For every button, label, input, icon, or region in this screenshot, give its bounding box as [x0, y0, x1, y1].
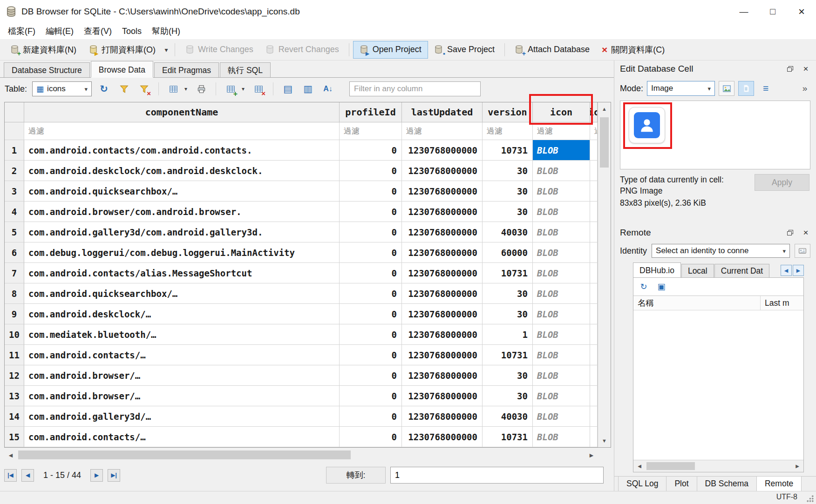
row-number-cell[interactable]: 12 [5, 365, 24, 386]
new-database-button[interactable]: + 新建資料庫(N) [4, 41, 82, 59]
cell-icon-blob[interactable]: BLOB [533, 181, 590, 202]
vertical-scroll-thumb[interactable] [600, 117, 609, 168]
scroll-right-button[interactable]: ▶ [585, 449, 598, 462]
cell-componentname[interactable]: com.android.deskclock/com.android.deskcl… [24, 161, 340, 181]
cell-version[interactable]: 30 [483, 365, 533, 386]
cell-version[interactable]: 30 [483, 304, 533, 324]
filter-input-lastupdated[interactable]: 過濾 [402, 122, 483, 140]
remote-column-name[interactable]: 名稱 [633, 296, 761, 310]
tab-scroll-right-button[interactable]: ▶ [793, 265, 804, 276]
cell-partial[interactable] [590, 427, 598, 447]
minimize-button[interactable]: — [729, 0, 758, 23]
document-view-button[interactable] [738, 81, 754, 96]
apply-button[interactable]: Apply [755, 174, 809, 191]
menu-item[interactable]: Tools [117, 23, 147, 39]
cell-icon-blob[interactable]: BLOB [533, 161, 590, 181]
sort-az-button[interactable]: A↓ [320, 81, 336, 97]
cell-version[interactable]: 1 [483, 324, 533, 345]
cell-icon-blob[interactable]: BLOB [533, 202, 590, 222]
remote-tab[interactable]: Current Dat [714, 264, 769, 277]
identity-select[interactable]: Select an identity to conne ▾ [652, 244, 790, 258]
first-record-button[interactable]: |◀ [4, 469, 17, 482]
clear-filter-button[interactable]: × [136, 81, 152, 97]
column-header-profileid[interactable]: profileId [340, 102, 402, 122]
scroll-left-button[interactable]: ◀ [633, 460, 646, 472]
cell-partial[interactable] [590, 222, 598, 242]
cell-componentname[interactable]: com.android.gallery3d/com.android.galler… [24, 222, 340, 242]
cell-version[interactable]: 30 [483, 386, 533, 406]
cell-partial[interactable] [590, 242, 598, 263]
main-tab[interactable]: 執行 SQL [220, 62, 271, 77]
cell-profileid[interactable]: 0 [340, 140, 402, 161]
cell-icon-blob[interactable]: BLOB [533, 365, 590, 386]
cell-version[interactable]: 30 [483, 283, 533, 304]
row-number-cell[interactable]: 1 [5, 140, 24, 161]
open-project-button[interactable]: ► Open Project [353, 41, 428, 59]
open-database-button[interactable]: ► 打開資料庫(O) [82, 41, 162, 59]
cell-componentname[interactable]: com.android.contacts/… [24, 427, 340, 447]
row-number-cell[interactable]: 2 [5, 161, 24, 181]
cell-profileid[interactable]: 0 [340, 161, 402, 181]
remote-tab[interactable]: Local [681, 264, 714, 277]
cell-lastupdated[interactable]: 1230768000000 [402, 365, 483, 386]
cell-icon-blob[interactable]: BLOB [533, 242, 590, 263]
cell-lastupdated[interactable]: 1230768000000 [402, 222, 483, 242]
cell-profileid[interactable]: 0 [340, 181, 402, 202]
save-project-button[interactable]: ▪ Save Project [428, 41, 501, 59]
write-changes-button[interactable]: Write Changes [179, 41, 259, 59]
cell-lastupdated[interactable]: 1230768000000 [402, 161, 483, 181]
cell-lastupdated[interactable]: 1230768000000 [402, 345, 483, 365]
print-button[interactable] [193, 81, 209, 97]
float-panel-button[interactable] [785, 228, 795, 237]
filter-funnel-button[interactable] [116, 81, 132, 97]
cell-version[interactable]: 30 [483, 181, 533, 202]
main-tab[interactable]: Edit Pragmas [154, 62, 219, 77]
insert-record-dropdown[interactable]: ▾ [240, 81, 246, 97]
cell-partial[interactable] [590, 345, 598, 365]
cell-lastupdated[interactable]: 1230768000000 [402, 242, 483, 263]
table-select[interactable]: ▦ icons ▾ [32, 81, 92, 96]
cell-version[interactable]: 30 [483, 202, 533, 222]
cell-componentname[interactable]: com.android.contacts/… [24, 345, 340, 365]
scroll-right-button[interactable]: ▶ [791, 460, 803, 472]
row-number-cell[interactable]: 11 [5, 345, 24, 365]
cell-partial[interactable] [590, 283, 598, 304]
cell-profileid[interactable]: 0 [340, 345, 402, 365]
resize-grip-icon[interactable] [807, 495, 814, 502]
cell-partial[interactable] [590, 140, 598, 161]
menu-item[interactable]: 編輯(E) [41, 23, 79, 39]
column-header-lastupdated[interactable]: lastUpdated [402, 102, 483, 122]
cell-icon-blob[interactable]: BLOB [533, 140, 590, 161]
remote-tab[interactable]: DBHub.io [633, 262, 681, 277]
menu-item[interactable]: 查看(V) [79, 23, 117, 39]
cell-version[interactable]: 10731 [483, 427, 533, 447]
mode-select[interactable]: Image ▾ [647, 81, 715, 96]
import-data-button[interactable] [719, 81, 734, 96]
dock-tab[interactable]: SQL Log [618, 477, 666, 491]
close-button[interactable]: × [787, 0, 816, 23]
cell-componentname[interactable]: com.android.contacts/alias.MessageShortc… [24, 263, 340, 283]
cell-componentname[interactable]: com.android.gallery3d/… [24, 406, 340, 427]
attach-database-button[interactable]: + Attach Database [509, 41, 596, 59]
previous-record-button[interactable]: ◀ [21, 469, 34, 482]
scroll-down-button[interactable]: ▼ [598, 434, 611, 447]
cell-componentname[interactable]: com.android.quicksearchbox/… [24, 181, 340, 202]
cell-icon-blob[interactable]: BLOB [533, 386, 590, 406]
cell-lastupdated[interactable]: 1230768000000 [402, 386, 483, 406]
cell-icon-blob[interactable]: BLOB [533, 345, 590, 365]
row-number-cell[interactable]: 14 [5, 406, 24, 427]
remote-horizontal-scrollbar[interactable]: ◀ ▶ [633, 460, 803, 472]
cell-icon-blob[interactable]: BLOB [533, 324, 590, 345]
last-record-button[interactable]: ▶| [108, 469, 120, 482]
cell-icon-blob[interactable]: BLOB [533, 222, 590, 242]
cell-version[interactable]: 10731 [483, 263, 533, 283]
identity-file-button[interactable] [795, 244, 810, 258]
cell-profileid[interactable]: 0 [340, 386, 402, 406]
remote-refresh-button[interactable]: ↻ [637, 280, 650, 293]
save-table-dropdown[interactable]: ▾ [183, 81, 189, 97]
cell-icon-blob[interactable]: BLOB [533, 406, 590, 427]
column-header-componentname[interactable]: componentName [24, 102, 340, 122]
dock-tab[interactable]: Plot [666, 477, 697, 491]
conditional-format-button[interactable]: ▤ [280, 81, 296, 97]
cell-lastupdated[interactable]: 1230768000000 [402, 263, 483, 283]
